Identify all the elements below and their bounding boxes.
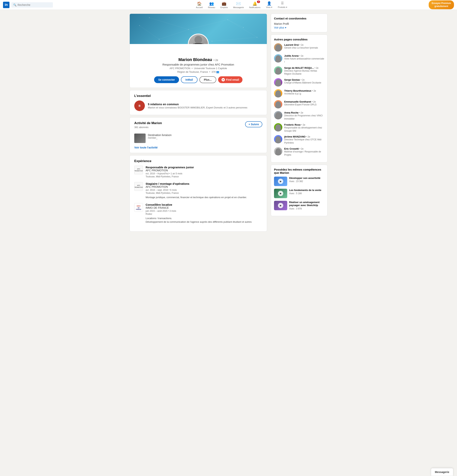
video-views-3: Vues : 3 978 xyxy=(289,207,324,210)
video-title-2: Les fondements de la vente xyxy=(289,189,322,192)
info-jerome-manzano: jérôme MANZANO • 2e Directeur Technique … xyxy=(284,135,324,144)
find-email-button[interactable]: ✉ Find email xyxy=(218,76,243,83)
name-eric-crosetti: Eric Crosetti xyxy=(284,147,299,150)
premium-button[interactable]: Essayez Premium gratuitement xyxy=(429,0,454,9)
avatar-thierry-bourthoumieux xyxy=(274,89,282,97)
search-input[interactable] xyxy=(17,3,51,6)
video-item-1[interactable]: ▶ Développer son assertivité Vues : 23 3… xyxy=(274,177,324,186)
person-frederic-rose[interactable]: Frederic Rose • 2e Responsable du dévelo… xyxy=(274,123,324,133)
role-laurent-orsi: Gérant chez Le bouchon lyonnais xyxy=(284,46,318,50)
navbar: in 🔍 🏠 Accueil 👥 Réseau 💼 Emplois ✉️ Mes… xyxy=(0,0,457,10)
competences-card: Possédez les mêmes compétences que Mario… xyxy=(271,165,328,216)
activite-subscribers: 381 abonnés xyxy=(134,126,162,129)
nav-reseau[interactable]: 👥 Réseau xyxy=(206,0,217,9)
play-button-1[interactable]: ▶ xyxy=(278,179,283,184)
connect-button[interactable]: Se connecter xyxy=(154,76,179,83)
person-thierry-bourthoumieux[interactable]: Thierry Bourthoumieux • 2e Architecte d.… xyxy=(274,89,324,97)
follow-button[interactable]: + Suivre xyxy=(245,121,262,127)
more-button[interactable]: Plus... xyxy=(199,76,216,83)
nav-messagerie-label: Messagerie xyxy=(233,6,244,8)
info-laurent-orsi: Laurent Orsi • 2e Gérant chez Le bouchon… xyxy=(284,43,318,50)
video-views-2: Vues : 5 166 xyxy=(289,192,322,195)
person-emmanuelle-gontharet[interactable]: Emmanuelle Gontharet • 2e Géomètre-Exper… xyxy=(274,100,324,108)
nav-produits[interactable]: ⠿ Produits ▾ xyxy=(276,0,289,9)
essentiel-icon: B xyxy=(134,101,145,111)
avatar-serge-malet xyxy=(274,66,282,75)
svg-point-12 xyxy=(212,41,212,42)
svg-line-6 xyxy=(212,37,257,41)
video-item-3[interactable]: ▶ Réaliser un aménagement paysager avec … xyxy=(274,201,324,210)
video-info-3: Réaliser un aménagement paysager avec Sk… xyxy=(289,201,324,210)
name-joelle-arene: Joëlle Arene xyxy=(284,54,299,57)
person-joelle-arene[interactable]: Joëlle Arene • 2e Votre future ambassadr… xyxy=(274,54,324,64)
exp-period-2: avr. 2016 – sept. 2016 • 6 mois xyxy=(146,189,247,191)
svg-point-8 xyxy=(149,17,150,18)
post-thumbnail xyxy=(134,134,146,143)
voir-activite-link[interactable]: Voir toute l'activité xyxy=(134,146,158,149)
nav-vous-label: Vous ▾ xyxy=(266,6,272,8)
profile-university: Université Toulouse 1 Capitole xyxy=(194,67,227,70)
exp-item-1: AFCPROMOTION Responsable de programmes j… xyxy=(134,166,262,178)
nav-emplois[interactable]: 💼 Emplois xyxy=(218,0,230,9)
exp-title-3: Conseillère locative xyxy=(146,203,252,206)
main-column: Marion Blondeau • 2e Responsable de prog… xyxy=(129,14,267,234)
role-joelle-arene: Votre future ambassadrice commerciale ! xyxy=(284,57,324,64)
play-button-3[interactable]: ▶ xyxy=(278,203,283,208)
video-item-2[interactable]: ▶ Les fondements de la vente Vues : 5 16… xyxy=(274,189,324,198)
experience-title: Expérience xyxy=(134,159,262,163)
person-eric-crosetti[interactable]: Eric Crosetti • 2e Maîtrise d'ouvrage / … xyxy=(274,147,324,157)
video-info-1: Développer son assertivité Vues : 23 382 xyxy=(289,177,320,183)
inmail-button[interactable]: InMail xyxy=(181,76,197,83)
person-laurent-orsi[interactable]: Laurent Orsi • 2e Gérant chez Le bouchon… xyxy=(274,43,324,51)
name-emmanuelle-gontharet: Emmanuelle Gontharet xyxy=(284,100,311,103)
name-frederic-rose: Frederic Rose xyxy=(284,123,301,126)
degree-serge-gestas: • 2e xyxy=(301,79,305,81)
profile-name-row: Marion Blondeau • 2e xyxy=(137,57,259,62)
page-container: Marion Blondeau • 2e Responsable de prog… xyxy=(127,10,330,238)
video-thumb-1: ▶ xyxy=(274,177,287,186)
afc-logo-1: AFCPROMOTION xyxy=(134,166,143,174)
essentiel-row: B 5 relations en commun Marion et vous c… xyxy=(134,101,262,111)
person-anna-roche[interactable]: Anna Roche • 2e Directrice de Programmes… xyxy=(274,111,324,120)
nav-vous[interactable]: 👤 Vous ▾ xyxy=(263,0,275,9)
person-jerome-manzano[interactable]: jérôme MANZANO • 2e Directeur Technique … xyxy=(274,135,324,144)
find-email-icon: ✉ xyxy=(221,78,225,81)
avatar-anna-roche xyxy=(274,111,282,119)
video-info-2: Les fondements de la vente Vues : 5 166 xyxy=(289,189,322,195)
role-eric-crosetti: Maîtrise d'ouvrage / Responsable de Proj… xyxy=(284,150,324,157)
search-bar[interactable]: 🔍 xyxy=(11,2,53,8)
relations-title: 5 relations en commun xyxy=(148,102,247,106)
degree-anna-roche: • 2e xyxy=(299,111,303,114)
nav-messagerie[interactable]: ✉️ Messagerie xyxy=(231,0,246,9)
exp-location-3: Rodez xyxy=(146,213,252,215)
exp-desc-2: Montage juridique, commercial, financier… xyxy=(146,196,247,199)
person-serge-malet[interactable]: Serge de MALET ROQU... • 2e Directeur Ag… xyxy=(274,66,324,76)
degree-serge-malet: • 2e xyxy=(315,67,319,69)
profile-actions: Se connecter InMail Plus... ✉ Find email xyxy=(137,76,259,83)
activite-title-group: Activité de Marion 381 abonnés xyxy=(134,121,162,130)
exp-period-3: juin 2015 – août 2015 • 3 mois xyxy=(146,210,252,212)
name-serge-gestas: Serge Gestas xyxy=(284,78,300,81)
exp-company-3: IMMO DE FRANCE xyxy=(146,206,252,209)
nav-reseau-label: Réseau xyxy=(208,6,215,8)
person-serge-gestas[interactable]: Serge Gestas • 2e Chargé d'Affaires Bâti… xyxy=(274,78,324,86)
name-anna-roche: Anna Roche xyxy=(284,111,299,114)
info-thierry-bourthoumieux: Thierry Bourthoumieux • 2e Architecte d.… xyxy=(284,89,316,95)
autres-pages-title: Autres pages consultées xyxy=(274,38,324,41)
play-button-2[interactable]: ▶ xyxy=(278,191,283,196)
svg-text:B: B xyxy=(139,104,141,107)
avatar-laurent-orsi xyxy=(274,43,282,51)
exp-content-1: Responsable de programmes junior AFC PRO… xyxy=(146,166,194,178)
svg-point-16 xyxy=(195,36,202,44)
profile-card: Marion Blondeau • 2e Responsable de prog… xyxy=(129,14,267,88)
role-serge-gestas: Chargé d'Affaires Bâtiment Occitanie xyxy=(284,81,321,85)
linkedin-logo[interactable]: in xyxy=(3,2,9,8)
nav-notifications[interactable]: 🔔 3 Notifications xyxy=(247,0,263,9)
name-laurent-orsi: Laurent Orsi xyxy=(284,43,299,46)
exp-company-2: AFC PROMOTION xyxy=(146,185,247,188)
svg-line-0 xyxy=(149,18,188,29)
profile-title: Responsable de programmes junior chez AF… xyxy=(137,63,259,66)
voir-plus-link[interactable]: Voir plus ▾ xyxy=(274,26,324,29)
nav-accueil[interactable]: 🏠 Accueil xyxy=(194,0,205,9)
essentiel-card: L'essentiel B 5 relations en commun Mari… xyxy=(129,90,267,115)
